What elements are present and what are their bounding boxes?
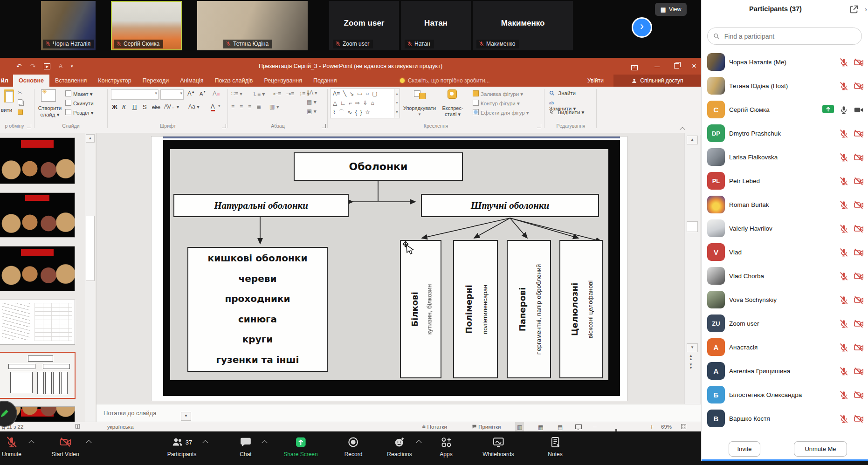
character-spacing-button[interactable]: AV↔ ▾ <box>164 103 179 110</box>
participant-row[interactable]: Тетяна Юдіна (Host) <box>702 74 868 98</box>
shape-effects-button[interactable]: Ефекти для фігур ▾ <box>473 109 529 116</box>
undo-icon[interactable]: ↶ <box>16 62 22 70</box>
bullets-icon[interactable]: ∷≡ ▾ <box>231 90 242 97</box>
participant-row[interactable]: Vlad Chorba <box>702 264 868 288</box>
toolbar-start-video-button[interactable]: Start Video <box>51 435 79 458</box>
shape-fill-button[interactable]: Заливка фігури ▾ <box>473 90 523 97</box>
search-box[interactable] <box>707 27 862 45</box>
paste-button[interactable]: вити <box>1 107 12 113</box>
artificial-casing-column[interactable]: Білковікутизин, білкозин <box>400 240 441 378</box>
participant-row[interactable]: Чорна Наталія (Me) <box>702 50 868 74</box>
italic-button[interactable]: К <box>122 103 126 110</box>
slide-scroll-down-button[interactable]: ▼ <box>687 343 698 352</box>
slide-thumbnail[interactable] <box>0 300 75 345</box>
slide-scrollbar-thumb[interactable] <box>687 221 698 232</box>
natural-casings-list-box[interactable]: кишкові оболонкичеревипроходникисинюгакр… <box>187 247 328 372</box>
slide-thumbnail[interactable] <box>0 246 75 291</box>
toolbar-reactions-button[interactable]: Reactions <box>387 435 412 458</box>
font-size-combo[interactable] <box>160 89 184 100</box>
tab-file-fragment[interactable]: йл <box>1 75 8 87</box>
chevron-up-icon[interactable] <box>28 440 34 446</box>
numbering-icon[interactable]: ⒈≡ ▾ <box>252 90 265 98</box>
thumbnails-scroll-up-button[interactable]: ▲ <box>86 134 95 143</box>
participant-row[interactable]: DPDmytro Prashchuk <box>702 122 868 145</box>
participant-row[interactable]: AАнастасія <box>702 335 868 359</box>
video-tile[interactable]: Zoom userZoom user <box>329 1 399 50</box>
artificial-casings-box[interactable]: Штучні оболонки <box>421 194 599 217</box>
slideshow-icon[interactable]: ▸ <box>44 63 50 69</box>
align-text-icon[interactable]: ▤ ▾ <box>307 99 317 105</box>
redo-icon[interactable]: ↷ <box>30 62 36 70</box>
toolbar-notes-button[interactable]: Notes <box>548 435 562 458</box>
font-color-button[interactable]: A <box>211 103 215 111</box>
previous-slide-button[interactable]: ▲▲ <box>689 354 693 361</box>
diagram-title-box[interactable]: Оболонки <box>294 152 463 181</box>
clipboard-dialog-launcher[interactable] <box>27 124 31 128</box>
video-tile[interactable]: Сергій Сюмка <box>111 1 182 50</box>
chevron-up-icon[interactable] <box>202 440 208 446</box>
next-slide-button[interactable]: ▼▼ <box>689 363 693 369</box>
participant-row[interactable]: ВВаршко Костя <box>702 407 868 431</box>
toolbar-whiteboards-button[interactable]: Whiteboards <box>482 435 514 458</box>
toolbar-unmute-button[interactable]: Unmute <box>2 435 21 458</box>
format-painter-icon[interactable] <box>18 109 25 116</box>
fit-to-window-button[interactable] <box>681 422 687 432</box>
participant-row[interactable]: ZUZoom user <box>702 312 868 335</box>
minimize-button[interactable] <box>649 58 665 75</box>
normal-view-button[interactable]: ▥ <box>515 422 524 432</box>
drawing-dialog-launcher[interactable] <box>537 124 541 128</box>
slide-thumbnail[interactable] <box>0 192 75 238</box>
unmute-me-button[interactable]: Unmute Me <box>794 441 847 457</box>
paste-icon[interactable] <box>4 89 14 103</box>
participant-row[interactable]: PLPetr Lebed <box>702 169 868 193</box>
ribbon-display-options-button[interactable]: ^ <box>627 58 642 75</box>
toolbar-record-button[interactable]: Record <box>344 435 363 458</box>
slide-thumbnail[interactable] <box>0 137 75 184</box>
participant-row[interactable]: CСергій Сюмка <box>702 98 868 122</box>
slide-thumbnail[interactable] <box>0 352 76 399</box>
copy-icon[interactable] <box>18 99 24 105</box>
participant-row[interactable]: Valeriy Havrilov <box>702 217 868 240</box>
qat-customize-icon[interactable]: ▾ <box>71 64 73 68</box>
notes-toggle[interactable]: ≜ Нотатки <box>422 422 447 432</box>
sign-in-button[interactable]: Увійти <box>587 75 604 87</box>
zoom-level[interactable]: 69% <box>661 422 672 432</box>
toolbar-participants-button[interactable]: 37Participants <box>167 435 197 458</box>
video-tile[interactable]: МакименкоМакименко <box>473 1 573 50</box>
shape-outline-button[interactable]: Контур фігури ▾ <box>473 100 520 107</box>
collapse-panel-icon[interactable]: › <box>865 5 867 13</box>
tab-1[interactable]: Вставлення <box>49 75 92 87</box>
grow-font-icon[interactable]: A▲ <box>187 90 195 97</box>
chevron-up-icon[interactable] <box>416 440 422 446</box>
underline-button[interactable]: П <box>132 103 137 110</box>
invite-button[interactable]: Invite <box>729 441 760 457</box>
thumbnails-scrollbar-thumb[interactable] <box>86 216 95 281</box>
video-tile[interactable]: Чорна Наталія <box>41 1 96 50</box>
shape-gallery-scroll[interactable]: ▴▾▼ <box>394 89 400 118</box>
zoom-in-button[interactable]: + <box>650 422 654 432</box>
natural-casings-box[interactable]: Натуральні оболонки <box>173 194 349 217</box>
clear-formatting-icon[interactable]: A <box>213 90 220 97</box>
chevron-up-icon[interactable] <box>262 440 268 446</box>
slide-sorter-view-button[interactable]: ▦ <box>536 422 545 432</box>
align-left-icon[interactable]: ≡ <box>231 103 234 110</box>
close-button[interactable]: × <box>686 58 702 75</box>
artificial-casing-column[interactable]: Целюлознівіскозні целофанові <box>559 240 603 378</box>
participant-row[interactable]: Vova Sochynskiy <box>702 288 868 312</box>
align-right-icon[interactable]: ≡ <box>248 103 251 110</box>
spellcheck-icon[interactable] <box>75 422 81 432</box>
bold-button[interactable]: Ж <box>112 103 117 110</box>
language-indicator[interactable]: українська <box>107 422 134 432</box>
artificial-casing-column[interactable]: Полімерніполіетиленсаран <box>453 240 498 378</box>
participant-row[interactable]: ББілостегнюк Олександра <box>702 383 868 407</box>
zoom-out-button[interactable]: − <box>593 422 597 432</box>
reset-button[interactable]: Скинути <box>65 100 94 106</box>
search-input[interactable] <box>723 32 856 41</box>
columns-icon[interactable]: ▥ ▾ <box>269 103 279 110</box>
cut-icon[interactable]: ✂ <box>18 89 22 96</box>
font-name-combo[interactable] <box>111 89 158 100</box>
text-shadow-button[interactable]: abc <box>152 104 160 110</box>
reading-view-button[interactable]: ▤ <box>556 422 565 432</box>
participant-row[interactable]: AАнгеліна Грищишина <box>702 359 868 383</box>
video-tile[interactable]: НатанНатан <box>401 1 471 50</box>
